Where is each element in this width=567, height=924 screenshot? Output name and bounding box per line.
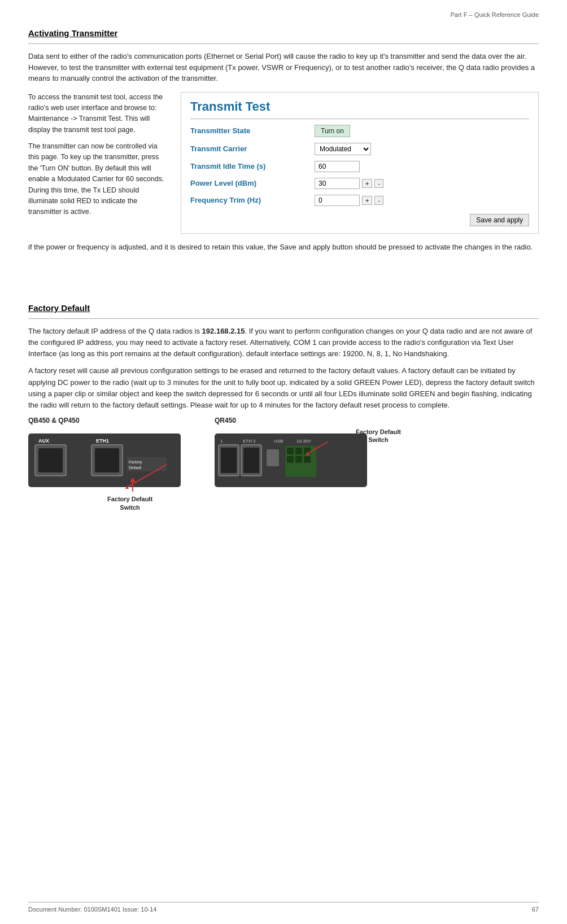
qb450-section: QB450 & QP450 AUX ETH1 (28, 417, 192, 494)
turn-on-button[interactable]: Turn on (315, 125, 350, 137)
svg-rect-30 (304, 456, 311, 463)
svg-rect-28 (287, 456, 294, 463)
svg-rect-29 (295, 456, 302, 463)
header-title: Part F – Quick Reference Guide (450, 11, 539, 18)
transmitter-state-control: Turn on (315, 125, 350, 137)
frequency-trim-minus-button[interactable]: - (374, 196, 383, 205)
footer-doc-number: Document Number: 0100SM1401 Issue: 10-14 (28, 906, 156, 913)
qb450-factory-switch-label: Factory DefaultSwitch (107, 495, 152, 511)
svg-rect-26 (295, 448, 302, 454)
qr450-section: QR450 1 ETH 2 USB 10-30V (215, 417, 395, 494)
svg-text:USB: USB (274, 439, 283, 444)
svg-text:Factory: Factory (129, 460, 142, 465)
frequency-trim-row: Frequency Trim (Hz) + - (190, 195, 529, 206)
page: Part F – Quick Reference Guide Activatin… (0, 0, 567, 924)
page-footer: Document Number: 0100SM1401 Issue: 10-14… (28, 902, 539, 913)
svg-text:ETH 2: ETH 2 (243, 439, 256, 444)
qb450-arrow-svg (116, 478, 150, 494)
transmit-test-panel: Transmit Test Transmitter State Turn on … (181, 92, 539, 234)
activating-title: Activating Transmitter (28, 28, 539, 38)
spacer-2 (28, 281, 539, 297)
power-level-label: Power Level (dBm) (190, 179, 315, 187)
svg-marker-13 (130, 478, 136, 482)
transmitter-state-row: Transmitter State Turn on (190, 125, 529, 137)
qb450-device-wrapper: AUX ETH1 Factory Default (28, 428, 192, 494)
qb450-device-svg: AUX ETH1 Factory Default (28, 428, 192, 493)
svg-rect-20 (221, 448, 237, 473)
activating-intro: Data sent to either of the radio's commu… (28, 51, 539, 84)
transmit-carrier-label: Transmit Carrier (190, 144, 315, 153)
qr450-factory-switch-label: Factory DefaultSwitch (356, 428, 401, 444)
transmit-carrier-row: Transmit Carrier Modulated Unmodulated (190, 143, 529, 155)
svg-text:AUX: AUX (38, 438, 49, 444)
factory-para1: The factory default IP address of the Q … (28, 326, 539, 360)
qr450-label: QR450 (215, 417, 395, 424)
factory-ip: 192.168.2.15 (202, 327, 245, 335)
power-level-input[interactable] (315, 178, 360, 189)
transmitter-state-label: Transmitter State (190, 126, 315, 135)
transmit-para2: The transmitter can now be controlled vi… (28, 141, 169, 218)
svg-text:1: 1 (220, 439, 223, 444)
svg-rect-4 (38, 448, 63, 472)
frequency-trim-label: Frequency Trim (Hz) (190, 196, 315, 204)
svg-rect-23 (267, 449, 279, 466)
power-level-minus-button[interactable]: - (374, 179, 383, 188)
transmit-para1: To access the transmit test tool, access… (28, 92, 169, 136)
post-transmit-text: if the power or frequency is adjusted, a… (28, 242, 539, 253)
page-header: Part F – Quick Reference Guide (28, 11, 539, 18)
power-level-control: + - (315, 178, 383, 189)
transmit-idle-input[interactable] (315, 161, 360, 172)
svg-rect-22 (243, 448, 259, 473)
transmit-idle-control (315, 161, 360, 172)
power-level-plus-button[interactable]: + (362, 179, 372, 188)
device-images-wrapper: QB450 & QP450 AUX ETH1 (28, 417, 539, 494)
svg-rect-6 (95, 448, 119, 472)
frequency-trim-control: + - (315, 195, 383, 206)
transmit-test-title: Transmit Test (190, 99, 529, 119)
qb450-label: QB450 & QP450 (28, 417, 192, 424)
transmit-left-col: To access the transmit test tool, access… (28, 92, 169, 234)
svg-text:10-30V: 10-30V (296, 439, 311, 444)
factory-section: Factory Default The factory default IP a… (28, 303, 539, 494)
footer-page-number: 67 (532, 906, 539, 913)
factory-para2: A factory reset will cause all previous … (28, 365, 539, 411)
svg-text:Default: Default (129, 466, 141, 470)
svg-rect-25 (287, 448, 294, 454)
svg-text:ETH1: ETH1 (96, 438, 109, 444)
transmit-carrier-control: Modulated Unmodulated (315, 143, 371, 155)
frequency-trim-plus-button[interactable]: + (362, 196, 372, 205)
spacer-1 (28, 264, 539, 281)
qr450-device-wrapper: 1 ETH 2 USB 10-30V (215, 428, 395, 494)
section-divider-1 (28, 43, 539, 44)
power-level-row: Power Level (dBm) + - (190, 178, 529, 189)
factory-title: Factory Default (28, 303, 539, 313)
transmit-layout: To access the transmit test tool, access… (28, 92, 539, 234)
frequency-trim-input[interactable] (315, 195, 360, 206)
transmit-idle-row: Transmit Idle Time (s) (190, 161, 529, 172)
section-divider-2 (28, 318, 539, 319)
transmit-carrier-select[interactable]: Modulated Unmodulated (315, 143, 371, 155)
save-apply-row: Save and apply (190, 212, 529, 226)
activating-section: Activating Transmitter Data sent to eith… (28, 28, 539, 252)
transmit-idle-label: Transmit Idle Time (s) (190, 162, 315, 170)
save-apply-button[interactable]: Save and apply (470, 214, 529, 226)
